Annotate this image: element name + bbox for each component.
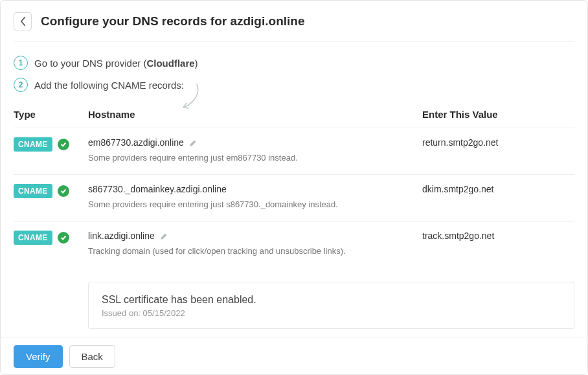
record-value: track.smtp2go.net <box>422 231 574 256</box>
table-row: CNAME link.azdigi.online Tracking domain… <box>14 221 574 267</box>
hostname-hint: Some providers require entering just s86… <box>88 199 422 209</box>
step-2: 2 Add the following CNAME records: <box>14 74 574 96</box>
page-title: Configure your DNS records for azdigi.on… <box>41 14 304 28</box>
hostname-hint: Tracking domain (used for click/open tra… <box>88 246 422 256</box>
table-row: CNAME s867730._domainkey.azdigi.online S… <box>14 174 574 221</box>
step-number-2: 2 <box>14 78 28 92</box>
hostname-value: link.azdigi.online <box>88 231 155 241</box>
ssl-issued-date: Issued on: 05/15/2022 <box>102 308 561 318</box>
ssl-status-box: SSL certificate has been enabled. Issued… <box>88 282 574 329</box>
record-type-badge: CNAME <box>14 184 52 198</box>
verified-check-icon <box>58 232 69 244</box>
record-value: return.smtp2go.net <box>422 137 574 163</box>
col-value: Enter This Value <box>422 109 574 120</box>
edit-icon[interactable] <box>189 139 198 147</box>
step-1-text: Go to your DNS provider (Cloudflare) <box>34 58 198 69</box>
col-type: Type <box>14 109 88 120</box>
step-1: 1 Go to your DNS provider (Cloudflare) <box>14 52 574 74</box>
curved-arrow-icon <box>179 82 205 114</box>
verified-check-icon <box>58 139 69 150</box>
hostname-value: em867730.azdigi.online <box>88 137 184 148</box>
footer: Verify Back <box>1 337 587 374</box>
ssl-status-title: SSL certificate has been enabled. <box>102 294 561 306</box>
table-row: CNAME em867730.azdigi.online Some provid… <box>14 128 574 174</box>
edit-icon[interactable] <box>160 232 168 240</box>
back-footer-button[interactable]: Back <box>69 345 115 368</box>
header: Configure your DNS records for azdigi.on… <box>14 12 574 41</box>
hostname-hint: Some providers require entering just em8… <box>88 153 422 163</box>
chevron-left-icon <box>20 17 26 26</box>
record-type-badge: CNAME <box>14 231 52 245</box>
record-value: dkim.smtp2go.net <box>422 184 574 209</box>
col-hostname: Hostname <box>88 109 422 120</box>
record-type-badge: CNAME <box>14 137 52 152</box>
verified-check-icon <box>58 185 69 197</box>
verify-button[interactable]: Verify <box>14 345 63 368</box>
dns-records-table: Type Hostname Enter This Value CNAME em8… <box>14 102 574 267</box>
step-2-text: Add the following CNAME records: <box>34 80 184 91</box>
hostname-value: s867730._domainkey.azdigi.online <box>88 184 227 194</box>
table-header: Type Hostname Enter This Value <box>14 102 574 128</box>
step-number-1: 1 <box>14 56 28 70</box>
steps: 1 Go to your DNS provider (Cloudflare) 2… <box>14 41 574 96</box>
back-button[interactable] <box>14 12 32 30</box>
